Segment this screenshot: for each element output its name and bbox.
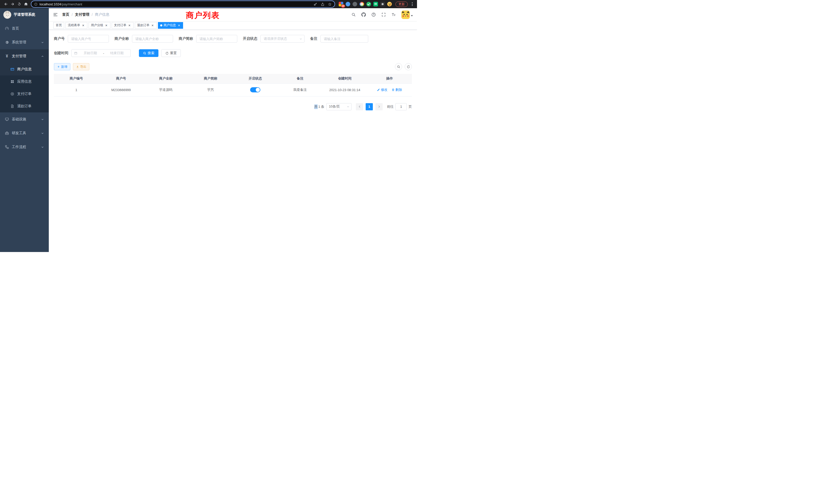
browser-back-button[interactable]	[3, 1, 9, 7]
github-icon[interactable]	[361, 12, 366, 17]
sidebar-item-workflow[interactable]: 工作流程	[0, 140, 49, 154]
create-time-range-picker[interactable]: 开始日期 - 结束日期	[71, 49, 131, 57]
browser-update-button[interactable]: 更新	[395, 2, 408, 7]
extension-pin-icon[interactable]	[380, 2, 385, 6]
filter-full-name: 商户全称	[114, 35, 173, 43]
column-header[interactable]: 商户号	[98, 74, 143, 84]
help-icon[interactable]	[371, 12, 376, 17]
edit-button[interactable]: 修改	[377, 88, 388, 92]
fullscreen-icon[interactable]	[381, 12, 386, 17]
document-icon	[10, 104, 14, 108]
extension-avatar-ring-icon[interactable]	[359, 2, 364, 6]
column-header[interactable]: 商户简称	[188, 74, 233, 84]
payment-submenu: 商户信息 应用信息 支付订单	[0, 63, 49, 112]
close-icon[interactable]: ×	[105, 24, 108, 27]
status-toggle[interactable]	[250, 87, 260, 92]
search-icon[interactable]	[351, 12, 356, 17]
sidebar-subitem-refund-order[interactable]: 退款订单	[0, 100, 49, 112]
sidebar-subitem-app-info[interactable]: 应用信息	[0, 75, 49, 88]
button-label: 删除	[395, 88, 402, 92]
column-header[interactable]: 商户编号	[54, 74, 98, 84]
app: 芋道管理系统 首页 系统管理 ¥	[0, 8, 417, 252]
app-title: 芋道管理系统	[14, 12, 35, 17]
font-size-icon[interactable]	[391, 12, 396, 17]
short-name-input[interactable]	[196, 35, 237, 43]
arrow-left-icon	[4, 2, 8, 6]
breadcrumb-item[interactable]: 支付管理	[75, 12, 89, 17]
close-icon[interactable]: ×	[151, 24, 154, 27]
remark-input[interactable]	[321, 35, 368, 43]
column-header[interactable]: 操作	[367, 74, 412, 84]
download-icon	[76, 65, 79, 68]
tab-user-group[interactable]: 用户分组 ×	[89, 22, 110, 29]
status-select[interactable]: 请选择开启状态	[260, 35, 305, 43]
toggle-search-button[interactable]	[395, 63, 402, 70]
merchant-no-input[interactable]	[68, 35, 109, 43]
browser-home-button[interactable]	[23, 1, 29, 7]
sidebar-item-system[interactable]: 系统管理	[0, 36, 49, 49]
sidebar-item-payment[interactable]: ¥ 支付管理	[0, 49, 49, 63]
extension-green-check-icon[interactable]	[367, 2, 371, 6]
close-icon[interactable]: ×	[81, 24, 85, 27]
delete-button[interactable]: 删除	[392, 88, 402, 92]
sidebar-subitem-merchant-info[interactable]: 商户信息	[0, 63, 49, 75]
address-bar[interactable]: localhost:1024/pay/merchant	[31, 1, 334, 7]
add-button[interactable]: 新增	[54, 63, 70, 70]
refresh-table-button[interactable]	[405, 63, 412, 70]
tab-process-form[interactable]: 流程表单 ×	[65, 22, 87, 29]
column-header[interactable]: 开启状态	[233, 74, 278, 84]
full-name-input[interactable]	[132, 35, 173, 43]
prev-page-button[interactable]	[356, 103, 363, 110]
extension-grid-icon[interactable]: 10	[339, 2, 343, 6]
page-info-icon[interactable]	[34, 3, 38, 6]
export-button[interactable]: 导出	[73, 63, 89, 70]
trash-icon	[392, 88, 395, 91]
reload-icon	[17, 2, 21, 6]
tab-home[interactable]: 首页	[53, 22, 64, 29]
sidebar-item-devtools[interactable]: 研发工具	[0, 126, 49, 140]
breadcrumb-item[interactable]: 首页	[62, 12, 69, 17]
hamburger-icon[interactable]	[53, 12, 58, 17]
grid-icon	[10, 79, 14, 84]
extension-green-square-icon[interactable]	[373, 2, 378, 6]
share-icon[interactable]	[321, 2, 325, 6]
bookmark-star-icon[interactable]	[328, 2, 332, 6]
date-separator: -	[103, 51, 104, 55]
browser-menu-kebab-icon[interactable]	[410, 1, 414, 7]
calendar-icon	[74, 51, 78, 55]
tab-label: 退款订单	[137, 23, 150, 27]
tab-merchant-info[interactable]: 商户信息 ×	[158, 22, 183, 29]
card-icon	[10, 67, 14, 71]
column-header[interactable]: 创建时间	[323, 74, 367, 84]
goto-suffix: 页	[409, 105, 412, 109]
sidebar-subitem-pay-order[interactable]: 支付订单	[0, 88, 49, 100]
extension-dark-icon[interactable]	[353, 2, 357, 6]
close-icon[interactable]: ×	[177, 24, 181, 27]
cell-actions: 修改 删除	[367, 84, 412, 96]
sidebar-item-label: 首页	[12, 26, 19, 31]
browser-forward-button[interactable]	[9, 1, 16, 7]
tab-label: 用户分组	[91, 23, 103, 27]
browser-reload-button[interactable]	[16, 1, 23, 7]
reset-button[interactable]: 重置	[161, 49, 181, 57]
sidebar-item-infrastructure[interactable]: 基础设施	[0, 112, 49, 126]
extension-drop-icon[interactable]	[346, 2, 350, 6]
user-avatar-menu[interactable]	[401, 10, 413, 19]
extension-emoji-avatar-icon[interactable]	[387, 2, 392, 6]
tab-label: 首页	[56, 23, 62, 27]
table-header-row: 商户编号 商户号 商户全称 商户简称 开启状态 备注 创建时间 操作	[54, 74, 412, 84]
column-header[interactable]: 备注	[278, 74, 322, 84]
next-page-button[interactable]	[375, 103, 382, 110]
close-icon[interactable]: ×	[128, 24, 131, 27]
sidebar-item-home[interactable]: 首页	[0, 22, 49, 36]
tab-refund-order[interactable]: 退款订单 ×	[135, 22, 157, 29]
sidebar-logo[interactable]: 芋道管理系统	[0, 8, 49, 21]
goto-page-input[interactable]	[395, 103, 407, 110]
page-number-button[interactable]: 1	[366, 103, 373, 110]
filter-row-1: 商户号 商户全称 商户简称 开启状态 请选择开启状态	[54, 35, 412, 43]
column-header[interactable]: 商户全称	[144, 74, 188, 84]
search-button[interactable]: 搜索	[139, 49, 158, 57]
tab-pay-order[interactable]: 支付订单 ×	[112, 22, 133, 29]
page-size-select[interactable]: 10条/页	[326, 103, 352, 110]
password-key-icon[interactable]	[313, 2, 317, 6]
